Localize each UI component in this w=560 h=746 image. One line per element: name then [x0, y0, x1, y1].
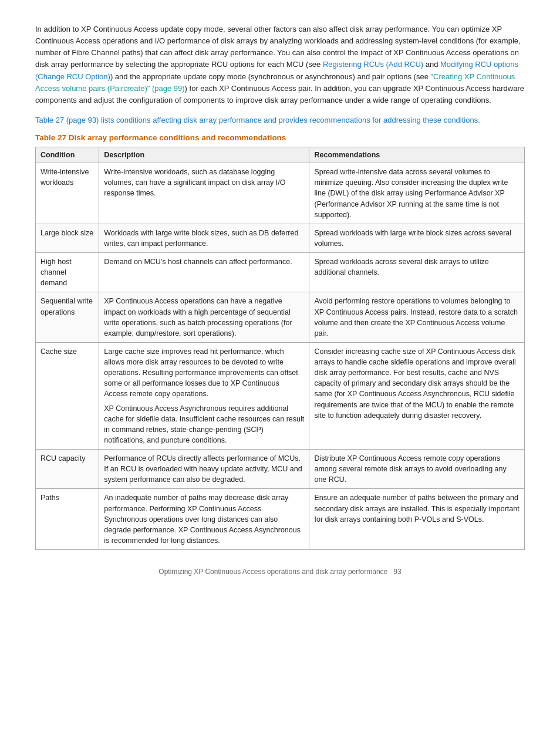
cell-condition: Write-intensive workloads [36, 163, 99, 224]
link-registering-rcus[interactable]: Registering RCUs (Add RCU) [323, 60, 423, 69]
cell-recommendations: Spread workloads with large write block … [309, 224, 525, 252]
cell-condition: High host channel demand [36, 253, 99, 292]
cell-recommendations: Distribute XP Continuous Access remote c… [309, 450, 525, 489]
table-row: Sequential write operationsXP Continuous… [36, 292, 525, 343]
footer-text: Optimizing XP Continuous Access operatio… [158, 568, 387, 576]
table-reference-text: Table 27 (page 93) lists conditions affe… [35, 114, 525, 126]
page-footer: Optimizing XP Continuous Access operatio… [35, 568, 525, 576]
cell-recommendations: Avoid performing restore operations to v… [309, 292, 525, 343]
cell-recommendations: Consider increasing cache size of XP Con… [309, 342, 525, 449]
table-header-row: Condition Description Recommendations [36, 147, 525, 163]
cell-condition: Paths [36, 489, 99, 550]
table-row: Write-intensive workloadsWrite-intensive… [36, 163, 525, 224]
table-row: RCU capacityPerformance of RCUs directly… [36, 450, 525, 489]
cell-recommendations: Spread workloads across several disk arr… [309, 253, 525, 292]
cell-recommendations: Spread write-intensive data across sever… [309, 163, 525, 224]
cell-description: XP Continuous Access operations can have… [99, 292, 309, 343]
header-recommendations: Recommendations [309, 147, 525, 163]
cell-description: An inadequate number of paths may decrea… [99, 489, 309, 550]
table-row: Cache sizeLarge cache size improves read… [36, 342, 525, 449]
cell-condition: Sequential write operations [36, 292, 99, 343]
header-description: Description [99, 147, 309, 163]
cell-description: Large cache size improves read hit perfo… [99, 342, 309, 449]
page-number: 93 [393, 568, 401, 576]
cell-condition: RCU capacity [36, 450, 99, 489]
intro-paragraph: In addition to XP Continuous Access upda… [35, 23, 525, 106]
link-table27[interactable]: Table 27 (page 93) [35, 116, 99, 124]
table-row: Large block sizeWorkloads with large wri… [36, 224, 525, 252]
table-title: Table 27 Disk array performance conditio… [35, 133, 525, 142]
cell-description: Workloads with large write block sizes, … [99, 224, 309, 252]
cell-description: Demand on MCU's host channels can affect… [99, 253, 309, 292]
cell-recommendations: Ensure an adequate number of paths betwe… [309, 489, 525, 550]
table-row: High host channel demandDemand on MCU's … [36, 253, 525, 292]
performance-conditions-table: Condition Description Recommendations Wr… [35, 147, 525, 550]
cell-description: Performance of RCUs directly affects per… [99, 450, 309, 489]
cell-condition: Cache size [36, 342, 99, 449]
cell-condition: Large block size [36, 224, 99, 252]
header-condition: Condition [36, 147, 99, 163]
cell-description: Write-intensive workloads, such as datab… [99, 163, 309, 224]
table-row: PathsAn inadequate number of paths may d… [36, 489, 525, 550]
